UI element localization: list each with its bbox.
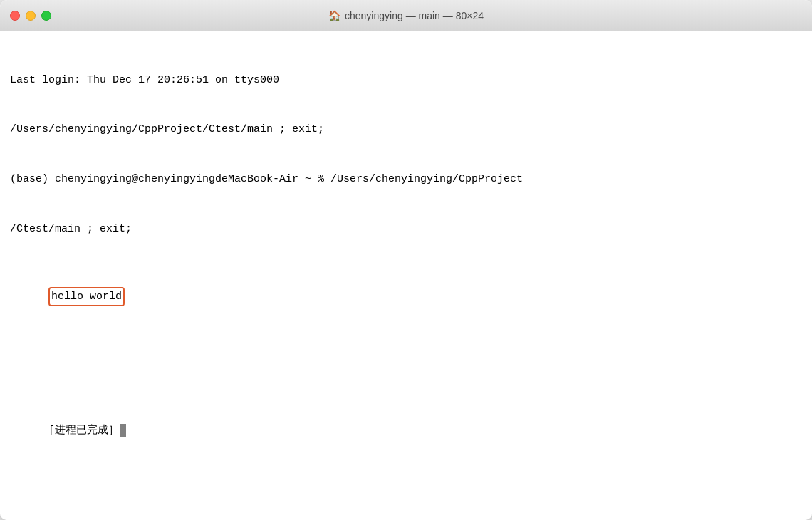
process-complete-line: [进程已完成］ bbox=[10, 406, 802, 456]
login-line: Last login: Thu Dec 17 20:26:51 on ttys0… bbox=[10, 72, 802, 88]
title-bar: 🏠 chenyingying — main — 80×24 bbox=[0, 0, 812, 31]
minimize-button[interactable] bbox=[26, 11, 36, 21]
traffic-lights bbox=[10, 11, 51, 21]
hello-world-output: hello world bbox=[48, 287, 125, 306]
empty-line bbox=[10, 356, 802, 373]
prompt-line1: (base) chenyingying@chenyingyingdeMacBoo… bbox=[10, 171, 802, 187]
hello-world-line: hello world bbox=[10, 271, 802, 323]
terminal-body[interactable]: Last login: Thu Dec 17 20:26:51 on ttys0… bbox=[0, 31, 812, 520]
cursor bbox=[120, 424, 126, 437]
title-icon: 🏠 bbox=[328, 10, 340, 21]
process-complete-text: [进程已完成］ bbox=[48, 425, 119, 437]
exit-line1: /Users/chenyingying/CppProject/Ctest/mai… bbox=[10, 121, 802, 137]
title-label: chenyingying — main — 80×24 bbox=[345, 10, 484, 21]
window-title: 🏠 chenyingying — main — 80×24 bbox=[328, 10, 484, 21]
maximize-button[interactable] bbox=[41, 11, 51, 21]
prompt-line2: /Ctest/main ; exit; bbox=[10, 221, 802, 237]
close-button[interactable] bbox=[10, 11, 20, 21]
terminal-window: 🏠 chenyingying — main — 80×24 Last login… bbox=[0, 0, 812, 520]
